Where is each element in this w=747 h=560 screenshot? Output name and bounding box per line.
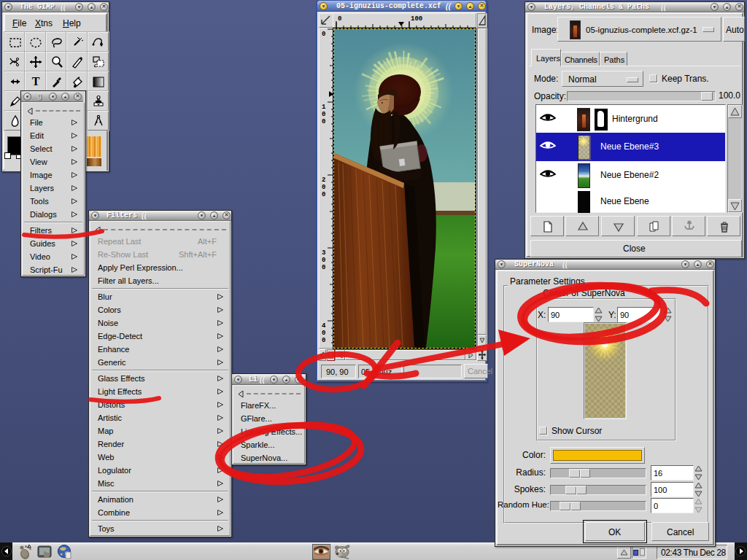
svg-text:0: 0 <box>322 337 325 344</box>
svg-text:0: 0 <box>322 31 325 38</box>
svg-text:1: 1 <box>322 104 326 111</box>
svg-text:0: 0 <box>322 257 325 264</box>
svg-text:0: 0 <box>322 191 325 198</box>
svg-text:0: 0 <box>322 184 325 191</box>
svg-text:2: 2 <box>322 176 325 184</box>
svg-text:0: 0 <box>338 15 341 23</box>
svg-text:4: 4 <box>322 322 326 330</box>
svg-text:0: 0 <box>322 330 325 337</box>
svg-text:0: 0 <box>322 264 325 271</box>
svg-text:0: 0 <box>322 118 325 125</box>
svg-text:100: 100 <box>411 15 422 23</box>
svg-text:T: T <box>32 75 40 88</box>
svg-text:3: 3 <box>322 249 325 257</box>
svg-text:0: 0 <box>322 111 325 118</box>
